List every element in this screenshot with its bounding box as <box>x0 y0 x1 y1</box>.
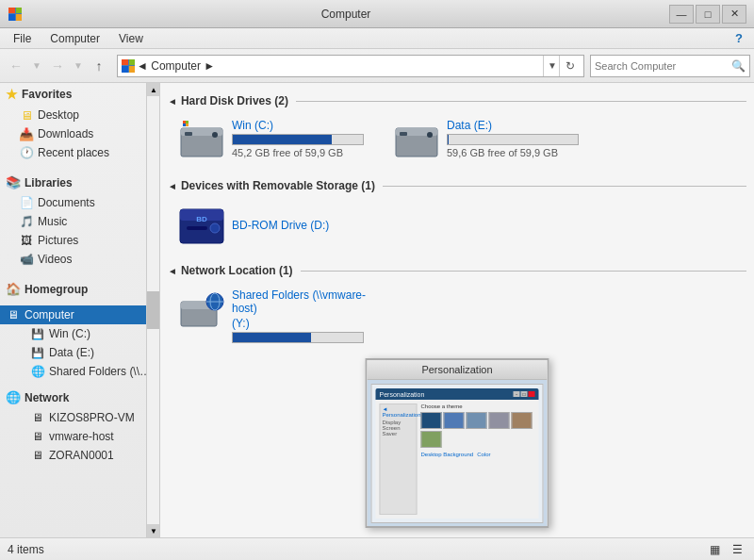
winc-icon: 💾 <box>30 326 45 341</box>
sidebar-item-zoran[interactable]: 🖥 ZORAN0001 <box>0 446 159 465</box>
sidebar-network-label: Network <box>25 391 69 404</box>
sidebar-item-recent[interactable]: 🕐 Recent places <box>0 143 159 162</box>
sidebar-item-pictures[interactable]: 🖼 Pictures <box>0 231 159 250</box>
title-bar-left <box>8 7 23 22</box>
drive-item-winc[interactable]: Win (C:) 45,2 GB free of 59,9 GB <box>175 115 383 168</box>
minimize-button[interactable]: — <box>669 5 694 24</box>
sidebar-favorites-header[interactable]: ★ Favorites <box>0 83 159 106</box>
view-list-btn[interactable]: ☰ <box>728 541 746 558</box>
sidebar-pictures-label: Pictures <box>38 234 78 247</box>
sidebar-videos-label: Videos <box>38 253 72 266</box>
bdrom-item[interactable]: BD BD-ROM Drive (D:) <box>175 200 383 253</box>
refresh-button[interactable]: ↻ <box>559 56 580 76</box>
homegroup-icon: 🏠 <box>6 282 21 296</box>
hard-disk-section-label: Hard Disk Drives (2) <box>181 94 288 107</box>
datae-drive-icon <box>394 119 439 164</box>
sidebar-downloads-label: Downloads <box>38 127 93 140</box>
winc-drive-info: Win (C:) 45,2 GB free of 59,9 GB <box>232 119 379 158</box>
sidebar-libraries-header[interactable]: 📚 Libraries <box>0 172 159 193</box>
forward-dropdown[interactable]: ▼ <box>72 54 85 78</box>
sidebar-datae-label: Data (E:) <box>49 346 94 359</box>
sidebar-item-documents[interactable]: 📄 Documents <box>0 193 159 212</box>
sidebar-item-music[interactable]: 🎵 Music <box>0 212 159 231</box>
window-title: Computer <box>23 8 669 21</box>
thumbnail-content: Personalization - □ ◄ Personalization Di… <box>368 380 548 526</box>
winc-drive-name: Win (C:) <box>232 119 379 132</box>
sidebar-homegroup-label: Homegroup <box>25 283 88 296</box>
drives-grid: Win (C:) 45,2 GB free of 59,9 GB <box>175 115 746 168</box>
computer-icon: 🖥 <box>6 307 21 322</box>
scroll-up-button[interactable]: ▲ <box>147 83 160 96</box>
close-button[interactable]: ✕ <box>722 5 746 24</box>
scroll-down-button[interactable]: ▼ <box>147 524 160 537</box>
maximize-button[interactable]: □ <box>696 5 720 24</box>
kizos-icon: 🖥 <box>30 410 45 425</box>
sidebar-item-shared[interactable]: 🌐 Shared Folders (\\vmw... <box>0 362 159 381</box>
svg-rect-6 <box>186 121 188 124</box>
vmware-icon: 🖥 <box>30 429 45 444</box>
libraries-icon: 📚 <box>6 175 21 189</box>
drive-item-datae[interactable]: Data (E:) 59,6 GB free of 59,9 GB <box>390 115 598 168</box>
menu-bar: File Computer View ? <box>0 28 754 49</box>
svg-rect-16 <box>187 226 207 230</box>
sidebar-item-downloads[interactable]: 📥 Downloads <box>0 124 159 143</box>
favorites-star-icon: ★ <box>6 87 18 102</box>
view-large-icon-btn[interactable]: ▦ <box>705 541 724 558</box>
shared-icon: 🌐 <box>30 364 45 379</box>
network-bar <box>233 333 311 342</box>
sidebar-item-kizos[interactable]: 🖥 KIZOS8PRO-VM <box>0 408 159 427</box>
datae-drive-info: Data (E:) 59,6 GB free of 59,9 GB <box>447 119 594 158</box>
sidebar-item-winc[interactable]: 💾 Win (C:) <box>0 324 159 343</box>
sidebar-item-desktop[interactable]: 🖥 Desktop <box>0 106 159 124</box>
menu-view[interactable]: View <box>109 30 153 47</box>
sidebar-libraries-section: 📚 Libraries 📄 Documents 🎵 Music 🖼 Pictur… <box>0 172 159 269</box>
sidebar-network-header[interactable]: 🌐 Network <box>0 387 159 408</box>
back-button[interactable]: ← <box>4 54 28 78</box>
scroll-thumb[interactable] <box>147 291 160 329</box>
svg-rect-11 <box>400 132 407 136</box>
title-bar: Computer — □ ✕ <box>0 0 754 28</box>
network-drive-subname: (Y:) <box>232 317 379 330</box>
thumb-bottom: Desktop Background Color <box>421 452 535 457</box>
menu-file[interactable]: File <box>4 30 41 47</box>
sidebar-documents-label: Documents <box>38 196 95 209</box>
nav-buttons: ← ▼ → ▼ ↑ <box>4 54 111 78</box>
up-button[interactable]: ↑ <box>87 54 111 78</box>
breadcrumb-computer[interactable]: ◄ Computer ► <box>137 59 215 73</box>
status-bar: 4 items ▦ ☰ <box>0 537 754 560</box>
zoran-icon: 🖥 <box>30 448 45 463</box>
sidebar-item-vmware[interactable]: 🖥 vmware-host <box>0 427 159 446</box>
menu-computer[interactable]: Computer <box>41 30 109 47</box>
thumb-main: Choose a theme Desktop Background <box>421 404 535 515</box>
back-dropdown[interactable]: ▼ <box>30 54 43 78</box>
sidebar-homegroup-header[interactable]: 🏠 Homegroup <box>0 278 159 300</box>
recent-icon: 🕐 <box>19 145 34 160</box>
sidebar: ★ Favorites 🖥 Desktop 📥 Downloads 🕐 Rece… <box>0 83 160 537</box>
sidebar-scrollbar: ▲ ▼ <box>146 83 159 537</box>
help-button[interactable]: ? <box>728 29 750 48</box>
network-drive-info: Shared Folders (\\vmware-host) (Y:) <box>232 288 379 345</box>
sidebar-vmware-label: vmware-host <box>49 430 114 443</box>
search-input[interactable] <box>595 60 731 72</box>
music-icon: 🎵 <box>19 214 34 229</box>
downloads-icon: 📥 <box>19 126 34 141</box>
network-bar-container <box>232 332 364 343</box>
sidebar-item-datae[interactable]: 💾 Data (E:) <box>0 343 159 362</box>
spacer1 <box>0 164 159 172</box>
datae-size: 59,6 GB free of 59,9 GB <box>447 147 594 158</box>
removable-section-arrow: ◄ <box>168 181 177 191</box>
forward-button[interactable]: → <box>45 54 70 78</box>
sidebar-network-section: 🌐 Network 🖥 KIZOS8PRO-VM 🖥 vmware-host 🖥… <box>0 387 159 465</box>
network-drive-item[interactable]: Shared Folders (\\vmware-host) (Y:) <box>175 285 383 349</box>
network-icon: 🌐 <box>6 390 21 404</box>
svg-text:BD: BD <box>196 215 207 223</box>
address-dropdown[interactable]: ▼ <box>548 60 557 71</box>
network-drive-icon <box>179 288 224 334</box>
removable-section-label: Devices with Removable Storage (1) <box>181 179 375 192</box>
title-controls: — □ ✕ <box>669 5 746 24</box>
thumbnail-popup: Personalization Personalization - □ <box>366 358 549 528</box>
sidebar-item-computer[interactable]: 🖥 Computer <box>0 305 159 324</box>
svg-rect-7 <box>183 124 186 126</box>
svg-point-17 <box>210 223 220 233</box>
sidebar-item-videos[interactable]: 📹 Videos <box>0 250 159 269</box>
